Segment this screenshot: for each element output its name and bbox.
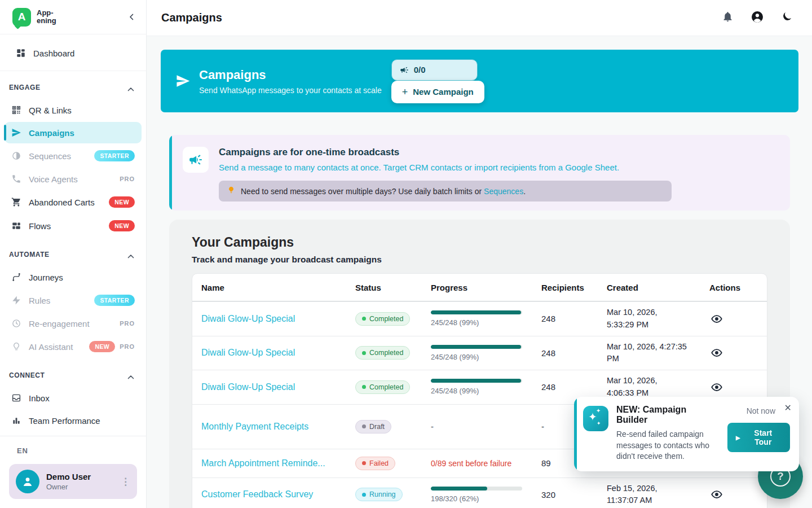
sidebar: A App- ening Dashboard ENGAGE — [0, 0, 147, 508]
view-campaign-button[interactable] — [709, 345, 724, 360]
campaign-name-link[interactable]: Diwali Glow-Up Special — [201, 314, 295, 323]
pro-tag: PRO — [120, 343, 135, 350]
sparkle-glyph: ✦ — [596, 408, 601, 414]
user-menu-button[interactable]: ⋮ — [121, 476, 130, 488]
sparkles-icon: ✦ ✦ ✦ — [583, 406, 608, 431]
sidebar-item-team-performance[interactable]: Team Performance — [5, 410, 142, 431]
sidebar-item-label: Abandoned Carts — [29, 198, 95, 207]
campaign-counter-value: 0/0 — [414, 65, 426, 75]
column-header-status: Status — [346, 278, 422, 297]
status-label: Completed — [369, 383, 403, 391]
start-tour-button[interactable]: ▶ Start Tour — [727, 423, 790, 452]
campaign-name-link[interactable]: Diwali Glow-Up Special — [201, 348, 295, 357]
new-badge: NEW — [89, 341, 115, 352]
status-label: Completed — [369, 349, 403, 357]
close-icon[interactable]: ✕ — [784, 402, 792, 413]
notifications-button[interactable] — [722, 11, 734, 25]
column-header-actions: Actions — [700, 278, 767, 297]
campaign-name-link[interactable]: Customer Feedback Survey — [201, 489, 313, 499]
campaign-counter: 0/0 — [391, 59, 478, 81]
sidebar-item-journeys[interactable]: Journeys — [5, 266, 142, 288]
sidebar-item-dashboard[interactable]: Dashboard — [9, 42, 137, 64]
sidebar-item-voice-agents[interactable]: Voice Agents PRO — [5, 168, 142, 190]
recipients-count: 248 — [532, 344, 598, 362]
sidebar-item-abandoned-carts[interactable]: Abandoned Carts NEW — [5, 191, 142, 213]
created-date: Mar 10, 2026, 4:27:35PM — [598, 336, 700, 370]
sidebar-item-flows[interactable]: Flows NEW — [5, 214, 142, 237]
progress-text: 245/248 (99%) — [431, 387, 528, 395]
progress-bar — [431, 379, 522, 383]
tip-text-period: . — [523, 187, 526, 196]
toast-body: Re-send failed campaign messages to cont… — [616, 429, 717, 462]
eye-icon — [710, 313, 723, 325]
status-dot — [362, 317, 366, 321]
sidebar-item-activity-heatmap[interactable]: Activity Heatmap — [5, 432, 142, 436]
send-icon — [175, 73, 191, 89]
column-header-created: Created — [598, 278, 700, 297]
new-campaign-label: New Campaign — [413, 87, 474, 97]
sequences-link[interactable]: Sequences — [484, 187, 523, 196]
campaign-builder-toast: ✦ ✦ ✦ NEW: Campaign Builder Re-send fail… — [574, 397, 799, 471]
sidebar-item-label: Voice Agents — [29, 174, 78, 184]
status-dot — [362, 461, 366, 465]
sidebar-item-inbox[interactable]: Inbox — [5, 387, 142, 409]
chevron-up-icon — [126, 368, 136, 383]
info-card: Campaigns are for one-time broadcasts Se… — [169, 135, 790, 211]
status-dot — [362, 385, 366, 389]
view-campaign-button[interactable] — [709, 312, 724, 326]
sidebar-item-sequences[interactable]: Sequences STARTER — [5, 144, 142, 167]
status-label: Completed — [369, 315, 403, 323]
sidebar-item-rules[interactable]: Rules STARTER — [5, 289, 142, 312]
sidebar-item-label: Sequences — [29, 151, 71, 161]
view-campaign-button[interactable] — [709, 380, 724, 395]
question-glyph: ? — [777, 470, 784, 483]
qr-code-icon — [11, 105, 21, 115]
tip-text-main: Need to send messages over multiple days… — [241, 187, 484, 196]
column-header-progress: Progress — [422, 278, 532, 297]
starter-badge: STARTER — [94, 150, 135, 161]
campaign-name-link[interactable]: March Appointment Reminde... — [201, 458, 325, 468]
recipients-count: 248 — [532, 309, 598, 328]
campaign-name-link[interactable]: Diwali Glow-Up Special — [201, 382, 295, 392]
moon-icon — [781, 11, 793, 25]
status-badge: Completed — [355, 312, 410, 326]
sidebar-item-label: QR & Links — [29, 106, 72, 115]
sidebar-item-re-engagement[interactable]: Re-engagement PRO — [5, 313, 142, 334]
recipients-count: 248 — [532, 378, 598, 396]
sidebar-item-label: AI Assistant — [29, 342, 73, 352]
progress-bar — [431, 310, 522, 314]
megaphone-icon — [183, 147, 209, 173]
zap-icon — [11, 295, 21, 305]
phone-icon — [11, 174, 21, 184]
account-button[interactable] — [751, 10, 764, 26]
status-badge: Draft — [355, 420, 391, 433]
chevron-up-icon — [126, 80, 136, 95]
not-now-button[interactable]: Not now — [747, 406, 775, 415]
sidebar-item-label: Team Performance — [29, 416, 100, 426]
inbox-icon — [11, 393, 21, 403]
user-card[interactable]: Demo User Owner ⋮ — [9, 464, 137, 499]
plus-icon: + — [402, 87, 408, 97]
tip-text: Need to send messages over multiple days… — [241, 187, 526, 196]
nav-group-automate[interactable]: AUTOMATE — [0, 238, 146, 265]
new-campaign-button[interactable]: + New Campaign — [391, 81, 484, 103]
dark-mode-toggle[interactable] — [781, 11, 793, 25]
nav-group-connect[interactable]: CONNECT — [0, 359, 146, 386]
sidebar-item-campaigns[interactable]: Campaigns — [5, 122, 142, 143]
new-badge: NEW — [109, 220, 135, 231]
toast-title: NEW: Campaign Builder — [616, 405, 720, 425]
campaign-name-link[interactable]: Monthly Payment Receipts — [201, 422, 308, 431]
brand-name: App- ening — [37, 9, 56, 24]
bell-icon — [722, 11, 734, 25]
sidebar-collapse-button[interactable] — [127, 12, 137, 22]
sidebar-item-ai-assistant[interactable]: AI Assistant NEW PRO — [5, 335, 142, 358]
sidebar-item-qr-links[interactable]: QR & Links — [5, 99, 142, 121]
sidebar-item-label: Journeys — [29, 273, 63, 282]
nav-group-engage[interactable]: ENGAGE — [0, 71, 146, 98]
language-selector[interactable]: EN — [17, 446, 137, 455]
progress-text: - — [422, 417, 532, 436]
view-campaign-button[interactable] — [709, 487, 724, 502]
table-header-row: Name Status Progress Recipients Created … — [192, 274, 767, 301]
table-row: Customer Feedback Survey Running 198/320… — [192, 478, 767, 508]
page-title: Campaigns — [161, 11, 222, 24]
